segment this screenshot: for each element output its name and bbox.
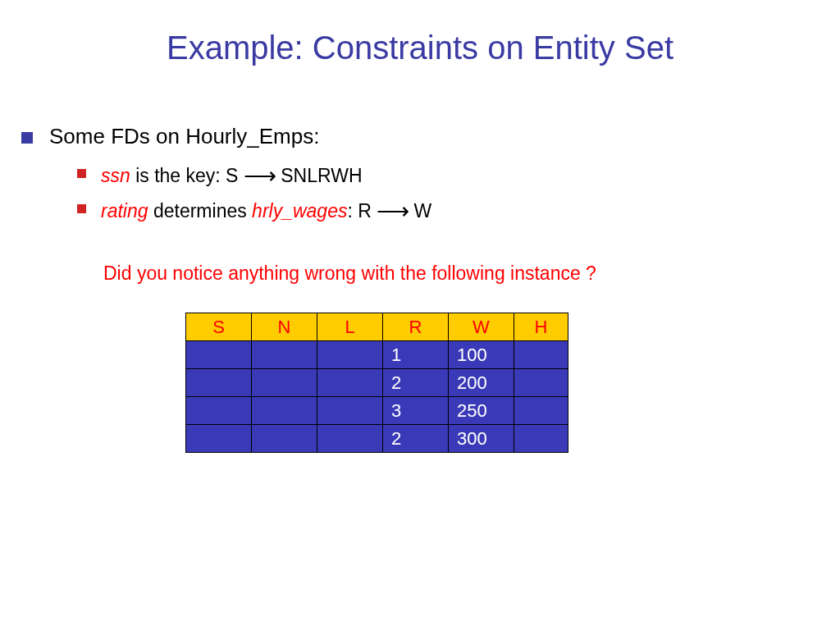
- bullet-text: ssn is the key: S ⟶ SNLRWH: [101, 161, 363, 188]
- cell: [252, 369, 317, 397]
- cell: [186, 369, 252, 397]
- table-header-row: S N L R W H: [186, 313, 568, 341]
- cell: [514, 341, 568, 369]
- col-header: H: [514, 313, 568, 341]
- right-arrow-icon: ⟶: [244, 163, 276, 189]
- cell: [186, 397, 252, 425]
- bullet-level2: ssn is the key: S ⟶ SNLRWH: [77, 161, 810, 188]
- col-header: N: [252, 313, 317, 341]
- cell: [317, 369, 383, 397]
- cell: [317, 425, 383, 453]
- cell: [252, 341, 317, 369]
- table-row: 2 200: [186, 369, 568, 397]
- col-header: S: [186, 313, 252, 341]
- cell: [514, 397, 568, 425]
- slide: Example: Constraints on Entity Set Some …: [0, 0, 840, 630]
- text-fragment: W: [409, 200, 431, 221]
- cell: [514, 425, 568, 453]
- term-ssn: ssn: [101, 165, 130, 186]
- col-header: W: [449, 313, 514, 341]
- cell: 200: [449, 369, 514, 397]
- cell: [252, 397, 317, 425]
- square-bullet-icon: [21, 132, 33, 144]
- table-body: 1 100 2 200 3 250: [186, 341, 568, 453]
- cell: 300: [449, 425, 514, 453]
- table-row: 1 100: [186, 341, 568, 369]
- bullet-level1: Some FDs on Hourly_Emps:: [21, 124, 810, 149]
- cell: [252, 425, 317, 453]
- cell: 250: [449, 397, 514, 425]
- cell: 1: [383, 341, 449, 369]
- square-bullet-icon: [77, 169, 86, 178]
- cell: [186, 425, 252, 453]
- cell: 100: [449, 341, 514, 369]
- cell: 2: [383, 425, 449, 453]
- col-header: L: [317, 313, 383, 341]
- cell: [317, 397, 383, 425]
- cell: [514, 369, 568, 397]
- text-fragment: is the key: S: [130, 165, 244, 186]
- data-table: S N L R W H 1 100: [185, 313, 568, 453]
- cell: [317, 341, 383, 369]
- cell: 2: [383, 369, 449, 397]
- term-rating: rating: [101, 200, 148, 221]
- text-fragment: SNLRWH: [276, 165, 363, 186]
- cell: [186, 341, 252, 369]
- slide-title: Example: Constraints on Entity Set: [30, 30, 810, 66]
- bullet-level2: rating determines hrly_wages: R ⟶ W: [77, 196, 810, 223]
- text-fragment: : R: [347, 200, 377, 221]
- term-hrly-wages: hrly_wages: [252, 200, 347, 221]
- table-row: 3 250: [186, 397, 568, 425]
- bullet-text: rating determines hrly_wages: R ⟶ W: [101, 196, 431, 223]
- bullet-text: Some FDs on Hourly_Emps:: [49, 124, 319, 149]
- col-header: R: [383, 313, 449, 341]
- question-text: Did you notice anything wrong with the f…: [103, 262, 810, 285]
- data-table-wrap: S N L R W H 1 100: [185, 313, 810, 453]
- text-fragment: determines: [148, 200, 253, 221]
- table-row: 2 300: [186, 425, 568, 453]
- cell: 3: [383, 397, 449, 425]
- square-bullet-icon: [77, 204, 86, 213]
- right-arrow-icon: ⟶: [377, 199, 409, 224]
